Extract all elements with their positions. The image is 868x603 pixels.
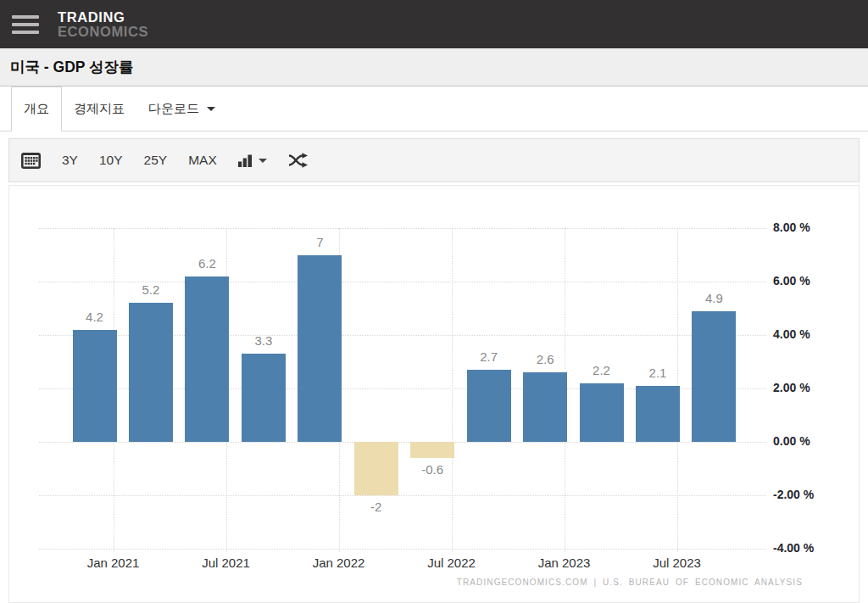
menu-icon[interactable]: [12, 14, 39, 35]
gdp-growth-chart: TRADINGECONOMICS.COM | U.S. BUREAU OF EC…: [8, 185, 860, 603]
page-title: 미국 - GDP 성장률: [10, 57, 134, 77]
chart-type-button[interactable]: [238, 154, 267, 167]
calendar-icon: [21, 152, 41, 170]
bar[interactable]: [298, 255, 342, 443]
bar-value-label: 2.1: [632, 366, 683, 380]
y-axis-tick-label: -4.00 %: [773, 541, 814, 555]
bar-value-label: -2: [351, 500, 402, 514]
bar-value-label: 2.7: [464, 349, 515, 364]
bar-value-label: 2.2: [576, 363, 627, 377]
tab-download[interactable]: 다운로드: [136, 87, 227, 131]
range-max-button[interactable]: MAX: [188, 153, 217, 168]
x-axis-tick-label: Jul 2023: [635, 556, 720, 570]
logo-line-2: ECONOMICS: [58, 25, 148, 39]
range-25y-button[interactable]: 25Y: [144, 153, 168, 168]
range-10y-button[interactable]: 10Y: [99, 153, 123, 168]
bar[interactable]: [129, 303, 173, 442]
bar[interactable]: [467, 370, 511, 442]
bar-value-label: 6.2: [181, 256, 232, 271]
bar-value-label: -0.6: [407, 462, 458, 477]
y-axis-tick-label: 4.00 %: [773, 327, 810, 341]
chevron-down-icon: [207, 107, 215, 111]
x-axis-tick-label: Jan 2023: [522, 556, 607, 570]
bar-value-label: 3.3: [238, 333, 289, 348]
bar[interactable]: [410, 442, 454, 458]
bar[interactable]: [185, 276, 229, 442]
tab-bar: 개요 경제지표 다운로드: [0, 87, 868, 131]
bar[interactable]: [636, 386, 680, 442]
tab-indicators[interactable]: 경제지표: [62, 87, 136, 131]
bar-value-label: 7: [294, 235, 345, 249]
bar[interactable]: [692, 311, 736, 442]
bar[interactable]: [242, 354, 286, 442]
y-gridline: [39, 495, 766, 496]
tab-overview[interactable]: 개요: [11, 87, 62, 131]
shuffle-icon: [288, 152, 309, 169]
tab-overview-label: 개요: [24, 101, 49, 117]
y-axis-tick-label: -2.00 %: [773, 488, 814, 501]
bar-value-label: 4.9: [688, 291, 739, 305]
bar-chart-icon: [238, 154, 253, 167]
y-axis-tick-label: 0.00 %: [773, 434, 810, 448]
trading-economics-logo[interactable]: TRADING ECONOMICS: [58, 10, 148, 39]
bar[interactable]: [354, 442, 398, 495]
x-axis-tick-label: Jan 2022: [297, 556, 381, 570]
app-header: TRADING ECONOMICS: [0, 0, 868, 48]
logo-line-1: TRADING: [58, 10, 148, 25]
x-axis-tick-label: Jul 2021: [184, 556, 269, 570]
y-gridline: [39, 549, 766, 550]
tab-download-label: 다운로드: [148, 101, 199, 117]
bar-value-label: 2.6: [520, 352, 570, 366]
bar[interactable]: [73, 330, 117, 442]
y-axis-tick-label: 6.00 %: [773, 274, 810, 288]
calendar-button[interactable]: [21, 152, 41, 170]
y-axis-tick-label: 8.00 %: [773, 221, 810, 234]
chart-attribution: TRADINGECONOMICS.COM | U.S. BUREAU OF EC…: [457, 578, 803, 587]
y-gridline: [39, 228, 766, 229]
title-bar: 미국 - GDP 성장률: [0, 48, 868, 87]
bar[interactable]: [523, 372, 567, 442]
y-axis-tick-label: 2.00 %: [773, 381, 810, 394]
x-axis-tick-label: Jan 2021: [71, 556, 156, 570]
x-axis-tick-label: Jul 2022: [409, 556, 494, 570]
bar[interactable]: [580, 383, 624, 442]
y-gridline: [39, 442, 766, 443]
bar-value-label: 4.2: [70, 310, 120, 324]
tab-indicators-label: 경제지표: [74, 101, 125, 117]
chevron-down-icon: [259, 159, 267, 163]
page: TRADING ECONOMICS 미국 - GDP 성장률 개요 경제지표 다…: [0, 0, 868, 603]
bar-value-label: 5.2: [125, 282, 176, 297]
chart-toolbar: 3Y 10Y 25Y MAX: [8, 138, 860, 182]
range-3y-button[interactable]: 3Y: [62, 153, 78, 168]
compare-button[interactable]: [288, 152, 309, 169]
x-gridline: [452, 228, 453, 552]
